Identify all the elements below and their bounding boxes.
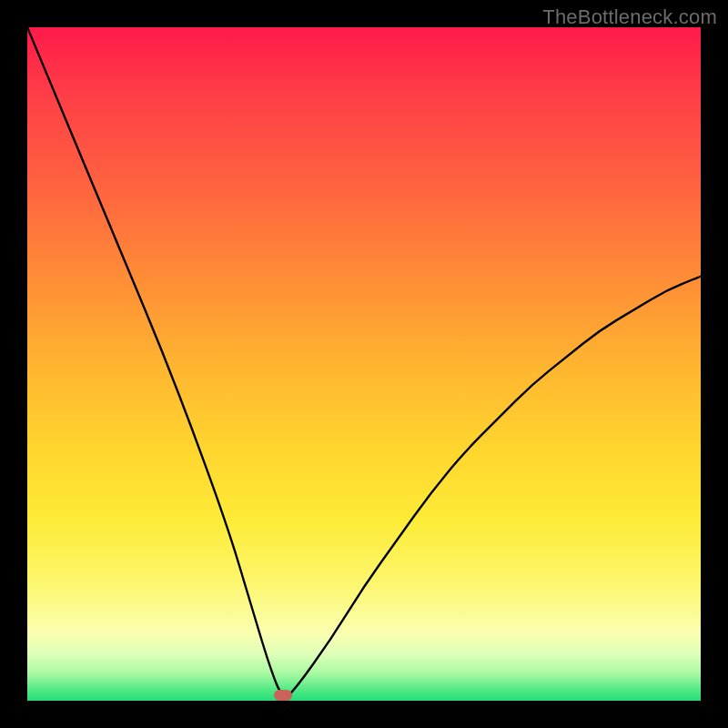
curve-svg [27, 27, 701, 701]
optimum-marker [274, 690, 292, 701]
watermark-text: TheBottleneck.com [542, 5, 717, 29]
plot-area [27, 27, 701, 701]
chart-frame: TheBottleneck.com [0, 0, 728, 728]
bottleneck-curve [27, 27, 701, 696]
